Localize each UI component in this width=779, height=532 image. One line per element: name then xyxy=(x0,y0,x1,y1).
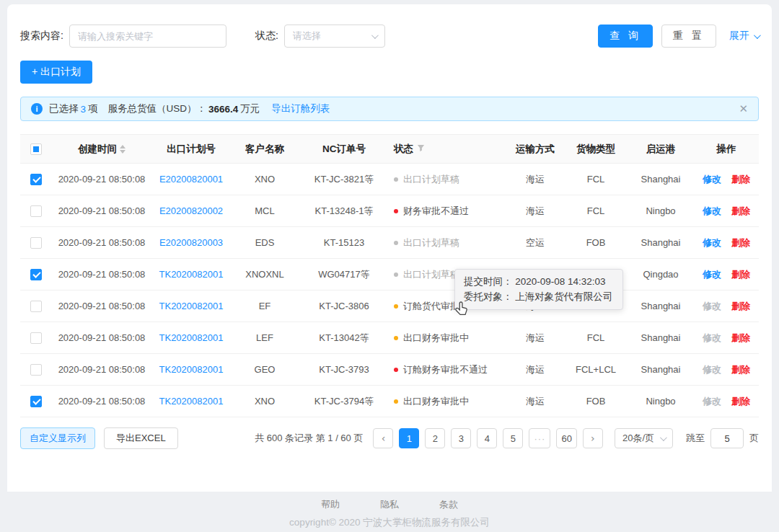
nc-order-cell: KT-13042等 xyxy=(299,332,390,345)
customize-columns-button[interactable]: 自定义显示列 xyxy=(20,427,95,449)
next-page-button[interactable]: › xyxy=(583,428,603,448)
jump-page-input[interactable] xyxy=(710,428,744,448)
nc-order-cell: WG04717等 xyxy=(299,268,390,281)
export-excel-button[interactable]: 导出EXCEL xyxy=(104,427,178,449)
plan-no-link[interactable]: TK2020082001 xyxy=(159,364,224,375)
table-row: 2020-09-21 08:50:08TK2020082001XNOXNLWG0… xyxy=(20,259,759,291)
operations-cell: 修改删除 xyxy=(694,332,759,345)
export-booking-list-link[interactable]: 导出订舱列表 xyxy=(271,102,330,115)
modify-link[interactable]: 修改 xyxy=(703,174,721,185)
modify-link[interactable]: 修改 xyxy=(703,237,721,248)
page-number-button[interactable]: 3 xyxy=(451,428,471,448)
delete-link[interactable]: 删除 xyxy=(731,237,750,248)
port-cell: Shanghai xyxy=(628,364,694,375)
status-text: 出口计划草稿 xyxy=(403,269,459,280)
table-row: 2020-09-21 08:50:08E20200820001XNOKT-JC-… xyxy=(20,164,759,195)
status-dot-icon xyxy=(394,336,398,340)
modify-link[interactable]: 修改 xyxy=(703,332,721,343)
close-icon[interactable]: ✕ xyxy=(739,102,748,115)
expand-toggle[interactable]: 展开 xyxy=(729,30,759,43)
plan-no-link[interactable]: TK2020082001 xyxy=(159,396,224,407)
header-created-time[interactable]: 创建时间 xyxy=(52,143,151,156)
row-checkbox[interactable] xyxy=(30,174,42,185)
plan-no-link[interactable]: E20200820002 xyxy=(159,205,223,216)
sort-icon[interactable] xyxy=(120,145,126,154)
footer-link-1[interactable]: 隐私 xyxy=(380,499,399,510)
port-cell: Shanghai xyxy=(628,174,694,185)
port-cell: Ningbo xyxy=(628,205,694,216)
header-nc-order: NC订单号 xyxy=(299,143,390,156)
created-time-cell: 2020-09-21 08:50:08 xyxy=(52,174,151,185)
created-time-cell: 2020-09-21 08:50:08 xyxy=(52,205,151,216)
plan-no-link[interactable]: E20200820001 xyxy=(159,174,223,185)
status-cell: 出口财务审批中 xyxy=(390,332,506,345)
status-select[interactable]: 请选择 xyxy=(284,25,385,48)
nc-order-cell: KT-JC-3794等 xyxy=(299,395,390,408)
created-time-cell: 2020-09-21 08:50:08 xyxy=(52,269,151,280)
delete-link[interactable]: 删除 xyxy=(731,174,750,185)
select-all-checkbox[interactable] xyxy=(30,143,42,155)
modify-link[interactable]: 修改 xyxy=(703,364,721,375)
header-operations: 操作 xyxy=(694,143,759,156)
page-number-button[interactable]: 4 xyxy=(477,428,497,448)
row-checkbox[interactable] xyxy=(30,205,42,217)
page-number-button[interactable]: 60 xyxy=(556,428,576,448)
delete-link[interactable]: 删除 xyxy=(731,332,750,343)
pagination-ellipsis: ··· xyxy=(529,428,550,448)
content-card: 搜索内容: 状态: 请选择 查 询 重 置 展开 + 出口计划 i 已选择 3 … xyxy=(7,4,772,492)
status-label: 状态: xyxy=(255,30,278,43)
query-button[interactable]: 查 询 xyxy=(598,25,653,48)
transport-cell: 空运 xyxy=(506,236,564,249)
search-input[interactable] xyxy=(69,25,226,48)
row-checkbox[interactable] xyxy=(30,396,42,407)
expand-label: 展开 xyxy=(729,30,749,43)
status-cell: 财务审批不通过 xyxy=(390,205,506,218)
page-number-button[interactable]: 1 xyxy=(399,428,419,448)
info-icon: i xyxy=(31,103,43,115)
header-status[interactable]: 状态 xyxy=(390,143,506,156)
status-cell: 出口财务审批中 xyxy=(390,395,506,408)
delete-link[interactable]: 删除 xyxy=(731,205,750,216)
reset-button[interactable]: 重 置 xyxy=(661,25,716,48)
plan-no-link[interactable]: E20200820003 xyxy=(159,237,223,248)
operations-cell: 修改删除 xyxy=(694,300,759,313)
plan-no-link[interactable]: TK2020082001 xyxy=(159,301,224,311)
modify-link[interactable]: 修改 xyxy=(703,205,721,216)
header-port: 启运港 xyxy=(628,143,694,156)
add-export-plan-button[interactable]: + 出口计划 xyxy=(20,61,92,84)
port-cell: Shanghai xyxy=(628,301,694,311)
created-time-cell: 2020-09-21 08:50:08 xyxy=(52,301,151,311)
table-body: 2020-09-21 08:50:08E20200820001XNOKT-JC-… xyxy=(20,164,759,417)
created-time-cell: 2020-09-21 08:50:08 xyxy=(52,364,151,375)
modify-link[interactable]: 修改 xyxy=(703,269,721,280)
page-size-select[interactable]: 20条/页 xyxy=(615,428,673,448)
prev-page-button[interactable]: ‹ xyxy=(373,428,393,448)
delete-link[interactable]: 删除 xyxy=(731,301,750,311)
status-dot-icon xyxy=(394,241,398,245)
row-checkbox[interactable] xyxy=(30,364,42,376)
submit-info-tooltip: 提交时间： 2020-09-08 14:32:03 委托对象： 上海对象货代有限… xyxy=(454,269,623,310)
alert-selected-count: 3 xyxy=(79,104,89,115)
footer-link-2[interactable]: 条款 xyxy=(439,499,458,510)
page-number-button[interactable]: 2 xyxy=(425,428,445,448)
row-checkbox[interactable] xyxy=(30,301,42,312)
modify-link[interactable]: 修改 xyxy=(703,301,721,311)
page-number-button[interactable]: 5 xyxy=(503,428,523,448)
tooltip-agent-label: 委托对象： xyxy=(464,291,513,302)
plan-no-link[interactable]: TK2020082001 xyxy=(159,269,224,280)
selection-alert: i 已选择 3 项 服务总货值（USD）： 3666.4 万元 导出订舱列表 ✕ xyxy=(20,97,759,121)
table-row: 2020-09-21 08:50:08E20200820002MCLKT-132… xyxy=(20,195,759,227)
footer-link-0[interactable]: 帮助 xyxy=(321,499,340,510)
row-checkbox[interactable] xyxy=(30,332,42,344)
status-text: 出口计划草稿 xyxy=(403,237,459,248)
delete-link[interactable]: 删除 xyxy=(731,364,750,375)
cargo-type-cell: FOB xyxy=(564,237,628,248)
row-checkbox[interactable] xyxy=(30,237,42,249)
delete-link[interactable]: 删除 xyxy=(731,396,750,407)
delete-link[interactable]: 删除 xyxy=(731,269,750,280)
plan-no-link[interactable]: TK2020082001 xyxy=(159,332,224,343)
row-checkbox[interactable] xyxy=(30,269,42,280)
port-cell: Shanghai xyxy=(628,237,694,248)
filter-icon[interactable] xyxy=(417,143,425,154)
modify-link[interactable]: 修改 xyxy=(703,396,721,407)
